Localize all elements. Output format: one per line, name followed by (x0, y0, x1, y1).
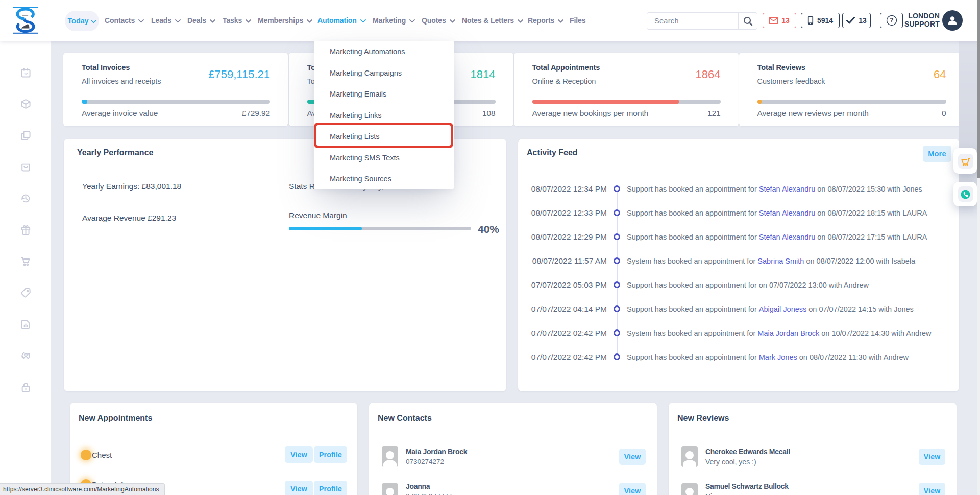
svg-text:12: 12 (23, 72, 28, 76)
svg-text:?: ? (890, 17, 893, 24)
